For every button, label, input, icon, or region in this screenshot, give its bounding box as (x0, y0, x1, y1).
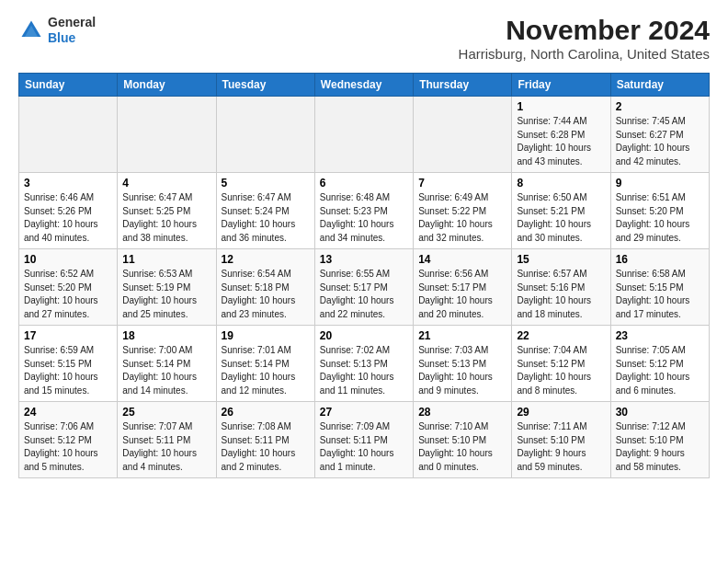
day-number: 3 (24, 177, 112, 190)
calendar-week-row: 10Sunrise: 6:52 AMSunset: 5:20 PMDayligh… (19, 249, 710, 326)
day-info: Sunrise: 6:52 AMSunset: 5:20 PMDaylight:… (24, 268, 112, 321)
weekday-header-sunday: Sunday (19, 74, 118, 97)
day-info: Sunrise: 6:46 AMSunset: 5:26 PMDaylight:… (24, 191, 112, 245)
day-number: 26 (222, 406, 310, 419)
day-number: 24 (24, 406, 112, 419)
calendar-cell: 25Sunrise: 7:07 AMSunset: 5:11 PMDayligh… (118, 402, 216, 478)
day-info: Sunrise: 7:06 AMSunset: 5:12 PMDaylight:… (24, 420, 112, 474)
calendar-cell: 28Sunrise: 7:10 AMSunset: 5:10 PMDayligh… (414, 402, 512, 478)
calendar-cell: 22Sunrise: 7:04 AMSunset: 5:12 PMDayligh… (512, 326, 610, 402)
day-info: Sunrise: 7:05 AMSunset: 5:12 PMDaylight:… (616, 344, 704, 397)
day-number: 21 (418, 329, 506, 342)
day-info: Sunrise: 6:51 AMSunset: 5:20 PMDaylight:… (616, 191, 704, 245)
calendar-week-row: 17Sunrise: 6:59 AMSunset: 5:15 PMDayligh… (19, 326, 710, 402)
day-number: 2 (616, 100, 704, 113)
day-number: 19 (222, 329, 310, 342)
day-number: 5 (222, 177, 310, 190)
location-subtitle: Harrisburg, North Carolina, United State… (459, 46, 710, 62)
calendar-week-row: 24Sunrise: 7:06 AMSunset: 5:12 PMDayligh… (19, 402, 710, 478)
calendar-week-row: 3Sunrise: 6:46 AMSunset: 5:26 PMDaylight… (19, 173, 710, 249)
calendar-cell: 17Sunrise: 6:59 AMSunset: 5:15 PMDayligh… (19, 326, 118, 402)
calendar-cell: 16Sunrise: 6:58 AMSunset: 5:15 PMDayligh… (610, 249, 709, 326)
day-number: 23 (616, 329, 704, 342)
calendar-cell: 18Sunrise: 7:00 AMSunset: 5:14 PMDayligh… (118, 326, 216, 402)
weekday-header-tuesday: Tuesday (216, 74, 314, 97)
day-number: 27 (320, 406, 408, 419)
day-info: Sunrise: 7:10 AMSunset: 5:10 PMDaylight:… (418, 420, 506, 474)
day-info: Sunrise: 6:58 AMSunset: 5:15 PMDaylight:… (616, 268, 704, 321)
calendar-cell: 2Sunrise: 7:45 AMSunset: 6:27 PMDaylight… (610, 97, 709, 173)
calendar-cell: 4Sunrise: 6:47 AMSunset: 5:25 PMDaylight… (118, 173, 216, 249)
day-number: 20 (320, 329, 408, 342)
calendar-cell: 3Sunrise: 6:46 AMSunset: 5:26 PMDaylight… (19, 173, 118, 249)
day-info: Sunrise: 6:57 AMSunset: 5:16 PMDaylight:… (517, 268, 605, 321)
day-number: 4 (122, 177, 210, 190)
month-year-title: November 2024 (459, 15, 710, 46)
calendar-cell: 19Sunrise: 7:01 AMSunset: 5:14 PMDayligh… (216, 326, 314, 402)
day-info: Sunrise: 7:02 AMSunset: 5:13 PMDaylight:… (320, 344, 408, 397)
calendar-cell: 23Sunrise: 7:05 AMSunset: 5:12 PMDayligh… (610, 326, 709, 402)
day-number: 15 (517, 253, 605, 266)
day-info: Sunrise: 7:04 AMSunset: 5:12 PMDaylight:… (517, 344, 605, 397)
calendar-cell: 29Sunrise: 7:11 AMSunset: 5:10 PMDayligh… (512, 402, 610, 478)
day-info: Sunrise: 7:07 AMSunset: 5:11 PMDaylight:… (122, 420, 210, 474)
day-info: Sunrise: 6:54 AMSunset: 5:18 PMDaylight:… (222, 268, 310, 321)
logo-icon (18, 17, 44, 43)
day-number: 13 (320, 253, 408, 266)
day-number: 11 (122, 253, 210, 266)
calendar-cell: 1Sunrise: 7:44 AMSunset: 6:28 PMDaylight… (512, 97, 610, 173)
day-number: 7 (418, 177, 506, 190)
calendar-cell (118, 97, 216, 173)
page-header: General Blue November 2024 Harrisburg, N… (18, 15, 710, 62)
day-number: 16 (616, 253, 704, 266)
calendar-cell: 24Sunrise: 7:06 AMSunset: 5:12 PMDayligh… (19, 402, 118, 478)
logo: General Blue (18, 15, 96, 46)
day-info: Sunrise: 7:44 AMSunset: 6:28 PMDaylight:… (517, 115, 605, 168)
day-number: 9 (616, 177, 704, 190)
calendar-cell: 7Sunrise: 6:49 AMSunset: 5:22 PMDaylight… (414, 173, 512, 249)
day-info: Sunrise: 6:49 AMSunset: 5:22 PMDaylight:… (418, 191, 506, 245)
day-number: 14 (418, 253, 506, 266)
day-info: Sunrise: 7:12 AMSunset: 5:10 PMDaylight:… (616, 420, 704, 474)
calendar-cell: 9Sunrise: 6:51 AMSunset: 5:20 PMDaylight… (610, 173, 709, 249)
day-number: 28 (418, 406, 506, 419)
weekday-header-saturday: Saturday (610, 74, 709, 97)
day-info: Sunrise: 6:59 AMSunset: 5:15 PMDaylight:… (24, 344, 112, 397)
day-number: 22 (517, 329, 605, 342)
day-info: Sunrise: 7:08 AMSunset: 5:11 PMDaylight:… (222, 420, 310, 474)
day-number: 10 (24, 253, 112, 266)
calendar-cell: 8Sunrise: 6:50 AMSunset: 5:21 PMDaylight… (512, 173, 610, 249)
calendar-cell: 15Sunrise: 6:57 AMSunset: 5:16 PMDayligh… (512, 249, 610, 326)
calendar-cell (314, 97, 413, 173)
calendar-cell (414, 97, 512, 173)
day-info: Sunrise: 6:47 AMSunset: 5:24 PMDaylight:… (222, 191, 310, 245)
calendar-cell: 20Sunrise: 7:02 AMSunset: 5:13 PMDayligh… (314, 326, 413, 402)
calendar-cell (216, 97, 314, 173)
title-block: November 2024 Harrisburg, North Carolina… (459, 15, 710, 62)
day-number: 12 (222, 253, 310, 266)
calendar-cell: 6Sunrise: 6:48 AMSunset: 5:23 PMDaylight… (314, 173, 413, 249)
day-info: Sunrise: 7:03 AMSunset: 5:13 PMDaylight:… (418, 344, 506, 397)
day-info: Sunrise: 6:55 AMSunset: 5:17 PMDaylight:… (320, 268, 408, 321)
day-number: 30 (616, 406, 704, 419)
calendar-cell: 21Sunrise: 7:03 AMSunset: 5:13 PMDayligh… (414, 326, 512, 402)
calendar-cell: 12Sunrise: 6:54 AMSunset: 5:18 PMDayligh… (216, 249, 314, 326)
calendar-body: 1Sunrise: 7:44 AMSunset: 6:28 PMDaylight… (19, 97, 710, 478)
calendar-cell: 13Sunrise: 6:55 AMSunset: 5:17 PMDayligh… (314, 249, 413, 326)
logo-text: General Blue (48, 15, 96, 46)
calendar-cell (19, 97, 118, 173)
calendar-cell: 11Sunrise: 6:53 AMSunset: 5:19 PMDayligh… (118, 249, 216, 326)
calendar-cell: 26Sunrise: 7:08 AMSunset: 5:11 PMDayligh… (216, 402, 314, 478)
calendar-cell: 30Sunrise: 7:12 AMSunset: 5:10 PMDayligh… (610, 402, 709, 478)
day-info: Sunrise: 6:47 AMSunset: 5:25 PMDaylight:… (122, 191, 210, 245)
weekday-header-thursday: Thursday (414, 74, 512, 97)
day-info: Sunrise: 7:11 AMSunset: 5:10 PMDaylight:… (517, 420, 605, 474)
calendar-cell: 27Sunrise: 7:09 AMSunset: 5:11 PMDayligh… (314, 402, 413, 478)
weekday-header-friday: Friday (512, 74, 610, 97)
day-number: 6 (320, 177, 408, 190)
calendar-cell: 14Sunrise: 6:56 AMSunset: 5:17 PMDayligh… (414, 249, 512, 326)
day-number: 25 (122, 406, 210, 419)
weekday-header-monday: Monday (118, 74, 216, 97)
calendar-cell: 5Sunrise: 6:47 AMSunset: 5:24 PMDaylight… (216, 173, 314, 249)
day-number: 1 (517, 100, 605, 113)
